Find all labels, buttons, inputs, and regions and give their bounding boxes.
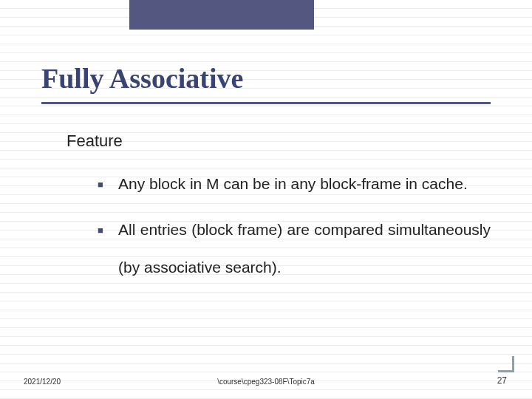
- bullet-text: Any block in M can be in any block-frame…: [118, 175, 468, 192]
- bullet-list: ■ Any block in M can be in any block-fra…: [98, 166, 491, 295]
- corner-accent-icon: [498, 356, 514, 372]
- list-item: ■ Any block in M can be in any block-fra…: [98, 166, 491, 202]
- footer-page-number: 27: [497, 375, 507, 386]
- footer-path: \course\cpeg323-08F\Topic7a: [0, 378, 532, 386]
- slide-title: Fully Associative: [41, 62, 243, 95]
- bullet-icon: ■: [98, 211, 103, 250]
- list-item: ■ All entries (block frame) are compared…: [98, 211, 491, 286]
- top-accent-band: [129, 0, 314, 30]
- bullet-text: All entries (block frame) are compared s…: [118, 221, 491, 275]
- title-underline: [41, 102, 491, 104]
- subheading: Feature: [66, 132, 123, 151]
- bullet-icon: ■: [98, 166, 103, 204]
